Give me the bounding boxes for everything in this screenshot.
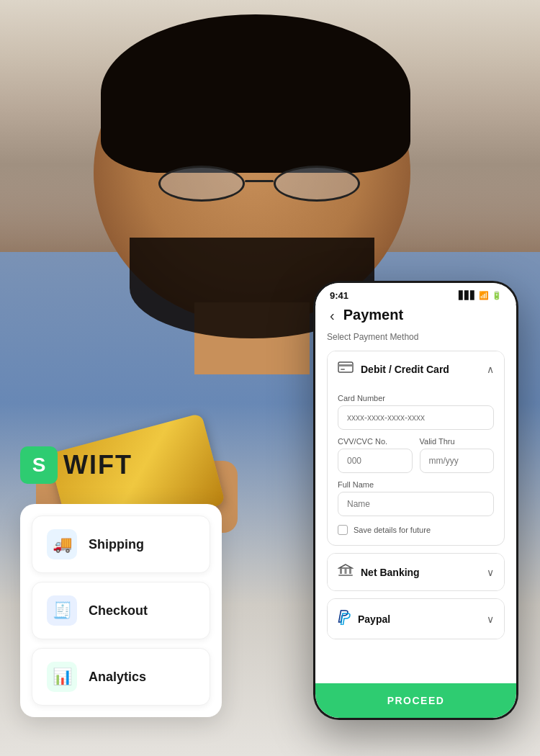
status-time: 9:41 (330, 290, 348, 301)
section-label: Select Payment Method (327, 332, 505, 342)
net-banking-left: Net Banking (338, 564, 420, 580)
checkout-label: Checkout (89, 603, 148, 618)
valid-thru-group: Valid Thru (420, 430, 495, 473)
checkout-icon: 🧾 (47, 595, 77, 626)
svg-rect-4 (345, 569, 347, 574)
save-details-row: Save details for future (338, 525, 494, 535)
net-banking-icon (338, 564, 354, 580)
net-banking-header[interactable]: Net Banking ∨ (328, 554, 504, 590)
payment-content: Select Payment Method (315, 332, 516, 678)
save-details-checkbox[interactable] (338, 525, 348, 535)
valid-thru-label: Valid Thru (420, 437, 495, 446)
full-name-label: Full Name (338, 480, 494, 489)
svg-rect-1 (338, 364, 353, 366)
debit-credit-chevron: ∧ (487, 364, 494, 375)
analytics-icon: 📊 (47, 662, 77, 692)
paypal-name: Paypal (358, 613, 390, 625)
cvv-input[interactable] (338, 449, 413, 473)
signal-icon: ▋▋▋ (459, 291, 476, 300)
back-button[interactable]: ‹ (330, 308, 335, 323)
card-icon (338, 361, 354, 377)
status-icons: ▋▋▋ 📶 🔋 (459, 291, 502, 300)
analytics-card[interactable]: 📊 Analytics (32, 648, 210, 706)
swift-text: WIFT (63, 450, 132, 480)
swift-s-icon: S (20, 446, 58, 484)
analytics-label: Analytics (89, 670, 146, 685)
phone-header: ‹ Payment (315, 304, 516, 332)
main-container: S WIFT 🚚 Shipping 🧾 Checkout 📊 Analytics… (0, 0, 540, 756)
checkout-card[interactable]: 🧾 Checkout (32, 582, 210, 639)
card-number-label: Card Number (338, 394, 494, 402)
debit-credit-method: Debit / Credit Card ∧ Card Number CVV/CV… (327, 351, 505, 546)
debit-credit-name: Debit / Credit Card (361, 364, 449, 375)
net-banking-name: Net Banking (361, 567, 420, 578)
cvv-label: CVV/CVC No. (338, 437, 413, 446)
svg-rect-6 (338, 575, 353, 576)
shipping-label: Shipping (89, 537, 144, 552)
paypal-chevron: ∨ (487, 613, 494, 625)
valid-thru-input[interactable] (420, 449, 495, 473)
paypal-header[interactable]: Paypal ∨ (328, 599, 504, 639)
card-number-input[interactable] (338, 405, 494, 430)
svg-rect-0 (338, 362, 353, 372)
svg-rect-3 (340, 569, 342, 574)
paypal-icon (338, 609, 351, 629)
net-banking-method: Net Banking ∨ (327, 553, 505, 591)
battery-icon: 🔋 (492, 291, 502, 300)
save-details-label: Save details for future (354, 526, 431, 534)
net-banking-chevron: ∨ (487, 567, 494, 578)
shipping-icon: 🚚 (47, 529, 77, 559)
full-name-input[interactable] (338, 492, 494, 516)
svg-rect-5 (349, 569, 351, 574)
svg-rect-2 (341, 369, 345, 370)
phone-mockup: 9:41 ▋▋▋ 📶 🔋 ‹ Payment Select Payment Me… (313, 281, 518, 720)
page-title: Payment (343, 307, 403, 323)
paypal-method: Paypal ∨ (327, 598, 505, 639)
feature-panel: 🚚 Shipping 🧾 Checkout 📊 Analytics (20, 504, 222, 717)
wifi-icon: 📶 (479, 291, 489, 300)
swift-logo: S WIFT (20, 446, 132, 484)
debit-credit-left: Debit / Credit Card (338, 361, 449, 377)
status-bar: 9:41 ▋▋▋ 📶 🔋 (315, 283, 516, 304)
cvv-group: CVV/CVC No. (338, 430, 413, 473)
debit-credit-header[interactable]: Debit / Credit Card ∧ (328, 351, 504, 387)
card-form: Card Number CVV/CVC No. Valid Thru (328, 394, 504, 545)
phone-screen: 9:41 ▋▋▋ 📶 🔋 ‹ Payment Select Payment Me… (315, 283, 516, 718)
proceed-button[interactable]: PROCEED (315, 683, 516, 718)
shipping-card[interactable]: 🚚 Shipping (32, 516, 210, 573)
cvv-date-row: CVV/CVC No. Valid Thru (338, 430, 494, 473)
paypal-left: Paypal (338, 609, 390, 629)
